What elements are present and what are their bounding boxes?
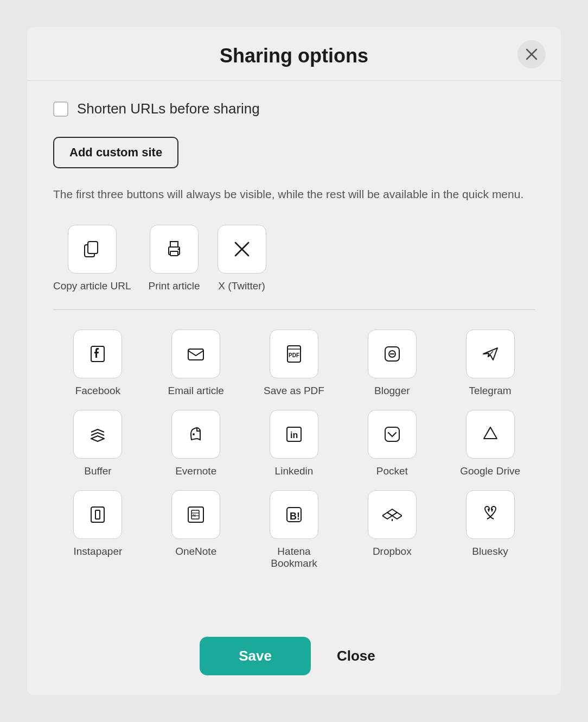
icon-box-print bbox=[150, 225, 199, 274]
icon-box-bluesky bbox=[466, 490, 515, 539]
blogger-label: Blogger bbox=[374, 385, 410, 397]
svg-point-7 bbox=[178, 248, 180, 250]
twitter-x-icon bbox=[232, 239, 252, 259]
svg-text:B!: B! bbox=[290, 511, 300, 522]
copy-url-label: Copy article URL bbox=[53, 280, 131, 292]
svg-rect-3 bbox=[88, 242, 98, 254]
icon-item-linkedin[interactable]: in Linkedin bbox=[250, 410, 339, 477]
buffer-label: Buffer bbox=[84, 465, 111, 477]
telegram-icon bbox=[481, 344, 500, 364]
facebook-label: Facebook bbox=[75, 385, 120, 397]
icon-box-onenote: N bbox=[171, 490, 220, 539]
icon-item-buffer[interactable]: Buffer bbox=[53, 410, 143, 477]
pdf-icon: PDF bbox=[284, 344, 304, 364]
icon-box-facebook bbox=[73, 330, 122, 378]
modal-title: Sharing options bbox=[220, 45, 368, 67]
icon-item-twitter[interactable]: X (Twitter) bbox=[218, 225, 266, 292]
icon-box-buffer bbox=[73, 410, 122, 459]
evernote-label: Evernote bbox=[175, 465, 216, 477]
section-divider bbox=[53, 309, 535, 310]
svg-rect-23 bbox=[95, 510, 100, 519]
icon-box-dropbox bbox=[368, 490, 417, 539]
googledrive-label: Google Drive bbox=[460, 465, 520, 477]
icon-box-copy-url bbox=[68, 225, 117, 274]
save-button[interactable]: Save bbox=[200, 637, 311, 675]
icon-item-dropbox[interactable]: Dropbox bbox=[347, 490, 437, 569]
icon-box-instapaper bbox=[73, 490, 122, 539]
icon-box-googledrive bbox=[466, 410, 515, 459]
twitter-label: X (Twitter) bbox=[218, 280, 265, 292]
linkedin-label: Linkedin bbox=[275, 465, 314, 477]
icon-box-evernote bbox=[171, 410, 220, 459]
email-icon bbox=[186, 344, 206, 364]
icon-item-pocket[interactable]: Pocket bbox=[347, 410, 437, 477]
blogger-icon bbox=[382, 344, 402, 364]
onenote-icon: N bbox=[186, 505, 206, 524]
icon-item-googledrive[interactable]: Google Drive bbox=[445, 410, 535, 477]
hatena-icon: B! bbox=[284, 505, 304, 524]
svg-rect-11 bbox=[188, 349, 203, 360]
svg-text:PDF: PDF bbox=[289, 352, 299, 358]
icon-box-telegram bbox=[466, 330, 515, 378]
icon-box-pdf: PDF bbox=[270, 330, 318, 378]
svg-point-18 bbox=[193, 433, 195, 435]
sharing-options-modal: Sharing options Shorten URLs before shar… bbox=[27, 27, 561, 695]
print-label: Print article bbox=[149, 280, 200, 292]
social-icons-grid: Facebook Email article P bbox=[53, 330, 535, 569]
pdf-label: Save as PDF bbox=[264, 385, 324, 397]
instapaper-label: Instapaper bbox=[74, 546, 123, 558]
linkedin-icon: in bbox=[284, 425, 304, 444]
svg-rect-5 bbox=[170, 242, 178, 247]
icon-box-twitter bbox=[218, 225, 266, 274]
icon-box-linkedin: in bbox=[270, 410, 318, 459]
shorten-urls-row: Shorten URLs before sharing bbox=[53, 100, 535, 117]
icon-item-copy-url[interactable]: Copy article URL bbox=[53, 225, 131, 292]
svg-rect-6 bbox=[170, 251, 178, 256]
icon-item-blogger[interactable]: Blogger bbox=[347, 330, 437, 397]
email-label: Email article bbox=[168, 385, 223, 397]
svg-text:N: N bbox=[193, 513, 196, 518]
svg-rect-24 bbox=[188, 507, 203, 522]
icon-item-bluesky[interactable]: Bluesky bbox=[445, 490, 535, 569]
pocket-icon bbox=[382, 425, 402, 444]
icon-item-pdf[interactable]: PDF Save as PDF bbox=[250, 330, 339, 397]
bluesky-icon bbox=[481, 505, 500, 524]
icon-box-hatena: B! bbox=[270, 490, 318, 539]
onenote-label: OneNote bbox=[175, 546, 216, 558]
close-text-button[interactable]: Close bbox=[324, 637, 388, 675]
bluesky-label: Bluesky bbox=[472, 546, 508, 558]
icon-item-onenote[interactable]: N OneNote bbox=[151, 490, 241, 569]
svg-rect-22 bbox=[91, 507, 104, 522]
close-button[interactable] bbox=[517, 40, 546, 68]
close-icon bbox=[526, 48, 538, 60]
modal-header: Sharing options bbox=[27, 27, 561, 81]
dropbox-icon bbox=[382, 505, 402, 524]
svg-text:in: in bbox=[290, 430, 298, 440]
icon-item-print[interactable]: Print article bbox=[149, 225, 200, 292]
add-custom-site-button[interactable]: Add custom site bbox=[53, 137, 178, 168]
facebook-icon bbox=[88, 344, 107, 364]
telegram-label: Telegram bbox=[469, 385, 512, 397]
top-icons-row: Copy article URL Print article bbox=[53, 225, 535, 292]
modal-body: Shorten URLs before sharing Add custom s… bbox=[27, 81, 561, 624]
icon-item-telegram[interactable]: Telegram bbox=[445, 330, 535, 397]
evernote-icon bbox=[186, 425, 206, 444]
buffer-icon bbox=[88, 425, 107, 444]
copy-url-icon bbox=[82, 239, 102, 259]
icon-box-email bbox=[171, 330, 220, 378]
icon-item-evernote[interactable]: Evernote bbox=[151, 410, 241, 477]
dropbox-label: Dropbox bbox=[373, 546, 412, 558]
instapaper-icon bbox=[88, 505, 107, 524]
icon-item-instapaper[interactable]: Instapaper bbox=[53, 490, 143, 569]
googledrive-icon bbox=[481, 425, 500, 444]
print-icon bbox=[164, 239, 184, 259]
shorten-urls-checkbox[interactable] bbox=[53, 102, 68, 117]
icon-box-pocket bbox=[368, 410, 417, 459]
shorten-urls-label: Shorten URLs before sharing bbox=[77, 100, 260, 117]
modal-footer: Save Close bbox=[27, 624, 561, 695]
icon-item-email[interactable]: Email article bbox=[151, 330, 241, 397]
icon-item-facebook[interactable]: Facebook bbox=[53, 330, 143, 397]
icon-item-hatena[interactable]: B! Hatena Bookmark bbox=[250, 490, 339, 569]
pocket-label: Pocket bbox=[376, 465, 408, 477]
icon-box-blogger bbox=[368, 330, 417, 378]
